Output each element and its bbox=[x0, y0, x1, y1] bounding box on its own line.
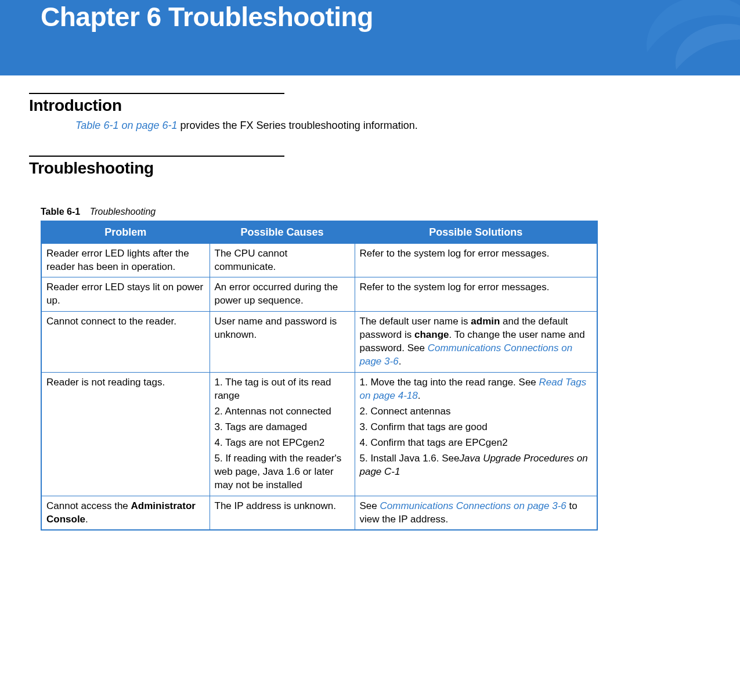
text-run: See bbox=[360, 500, 380, 511]
cell-line: 4. Tags are not EPCgen2 bbox=[215, 436, 350, 450]
cell-line: An error occurred during the power up se… bbox=[215, 281, 350, 308]
cell-line: Cannot access the Administrator Console. bbox=[46, 500, 205, 526]
text-run: 1. Move the tag into the read range. See bbox=[360, 377, 539, 388]
page-content: Introduction Table 6-1 on page 6-1 provi… bbox=[0, 75, 740, 554]
cell-line: Cannot connect to the reader. bbox=[46, 315, 205, 329]
text-run: change bbox=[414, 329, 449, 340]
table-row: Reader error LED lights after the reader… bbox=[41, 243, 597, 277]
chapter-banner: Chapter 6 Troubleshooting bbox=[0, 0, 740, 75]
section-rule bbox=[29, 156, 284, 157]
intro-paragraph: Table 6-1 on page 6-1 provides the FX Se… bbox=[75, 118, 699, 132]
cell-line: The IP address is unknown. bbox=[215, 500, 350, 513]
cell-line: The CPU cannot communicate. bbox=[215, 247, 350, 274]
cell-line: 1. Move the tag into the read range. See… bbox=[360, 376, 593, 403]
text-run: . bbox=[85, 514, 88, 525]
cell-line: Reader is not reading tags. bbox=[46, 376, 205, 389]
col-header-problem: Problem bbox=[41, 221, 210, 243]
cell-line: Refer to the system log for error messag… bbox=[360, 281, 593, 294]
cell-solutions: The default user name is admin and the d… bbox=[355, 312, 597, 373]
text-run: admin bbox=[471, 316, 500, 327]
col-header-solutions: Possible Solutions bbox=[355, 221, 597, 243]
chapter-title: Chapter 6 Troubleshooting bbox=[41, 0, 740, 32]
col-header-causes: Possible Causes bbox=[210, 221, 355, 243]
cell-line: See Communications Connections on page 3… bbox=[360, 500, 593, 526]
cell-line: 4. Confirm that tags are EPCgen2 bbox=[360, 436, 593, 450]
cell-line: 1. The tag is out of its read range bbox=[215, 376, 350, 403]
cell-causes: The CPU cannot communicate. bbox=[210, 243, 355, 277]
cell-line: 5. Install Java 1.6. SeeJava Upgrade Pro… bbox=[360, 452, 593, 479]
cell-line: 3. Confirm that tags are good bbox=[360, 421, 593, 434]
table-body: Reader error LED lights after the reader… bbox=[41, 243, 597, 530]
cell-solutions: Refer to the system log for error messag… bbox=[355, 277, 597, 312]
troubleshooting-table: Problem Possible Causes Possible Solutio… bbox=[41, 221, 598, 531]
cell-line: 3. Tags are damaged bbox=[215, 421, 350, 434]
cell-line: User name and password is unknown. bbox=[215, 315, 350, 342]
table-caption: Table 6-1 Troubleshooting bbox=[41, 207, 699, 217]
table-row: Cannot connect to the reader.User name a… bbox=[41, 312, 597, 373]
cell-solutions: 1. Move the tag into the read range. See… bbox=[355, 373, 597, 496]
text-run: . bbox=[418, 390, 421, 401]
text-run: 5. Install Java 1.6. See bbox=[360, 453, 460, 464]
cell-problem: Cannot connect to the reader. bbox=[41, 312, 210, 373]
cell-line: 5. If reading with the reader's web page… bbox=[215, 452, 350, 492]
cell-line: 2. Antennas not connected bbox=[215, 405, 350, 418]
table-row: Reader is not reading tags.1. The tag is… bbox=[41, 373, 597, 496]
section-heading-introduction: Introduction bbox=[29, 96, 699, 115]
cell-line: The default user name is admin and the d… bbox=[360, 315, 593, 369]
cell-causes: An error occurred during the power up se… bbox=[210, 277, 355, 312]
cell-line: Reader error LED stays lit on power up. bbox=[46, 281, 205, 308]
cell-problem: Reader is not reading tags. bbox=[41, 373, 210, 496]
cell-causes: User name and password is unknown. bbox=[210, 312, 355, 373]
cell-line: Reader error LED lights after the reader… bbox=[46, 247, 205, 274]
cell-causes: 1. The tag is out of its read range2. An… bbox=[210, 373, 355, 496]
table-caption-desc: Troubleshooting bbox=[90, 207, 156, 217]
cell-line: 2. Connect antennas bbox=[360, 405, 593, 418]
intro-text: provides the FX Series troubleshooting i… bbox=[177, 120, 417, 131]
table-row: Cannot access the Administrator Console.… bbox=[41, 496, 597, 530]
cell-problem: Reader error LED lights after the reader… bbox=[41, 243, 210, 277]
text-run: The default user name is bbox=[360, 316, 471, 327]
text-run: . bbox=[399, 356, 402, 367]
cell-causes: The IP address is unknown. bbox=[210, 496, 355, 530]
table-caption-label: Table 6-1 bbox=[41, 207, 80, 217]
table-header-row: Problem Possible Causes Possible Solutio… bbox=[41, 221, 597, 243]
section-heading-troubleshooting: Troubleshooting bbox=[29, 159, 699, 178]
table-row: Reader error LED stays lit on power up.A… bbox=[41, 277, 597, 312]
intro-table-link[interactable]: Table 6-1 on page 6-1 bbox=[75, 120, 177, 131]
cross-ref-link[interactable]: Communications Connections on page 3-6 bbox=[380, 500, 566, 511]
section-rule bbox=[29, 93, 284, 94]
cell-problem: Reader error LED stays lit on power up. bbox=[41, 277, 210, 312]
cell-line: Refer to the system log for error messag… bbox=[360, 247, 593, 261]
cell-solutions: See Communications Connections on page 3… bbox=[355, 496, 597, 530]
cell-solutions: Refer to the system log for error messag… bbox=[355, 243, 597, 277]
cell-problem: Cannot access the Administrator Console. bbox=[41, 496, 210, 530]
text-run: Cannot access the bbox=[46, 500, 131, 511]
